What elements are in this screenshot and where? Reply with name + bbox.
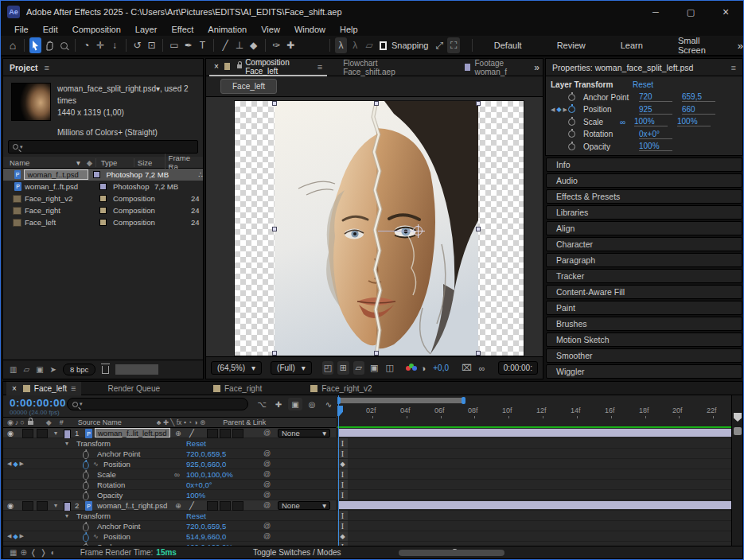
project-tab[interactable]: Project xyxy=(10,63,38,72)
stopwatch-icon[interactable] xyxy=(83,472,89,480)
tab-flowchart[interactable]: Flowchart Face_shift.aep xyxy=(338,59,426,76)
camera-tool[interactable]: ⊡ xyxy=(146,37,158,53)
layer-2-track[interactable] xyxy=(337,500,731,511)
item-name[interactable]: Face_right xyxy=(25,206,95,215)
comp-button-icon[interactable] xyxy=(734,427,742,435)
property-label[interactable]: Position xyxy=(103,531,130,541)
eraser-tool[interactable]: ◆ xyxy=(247,37,260,53)
selection-handle[interactable] xyxy=(476,101,481,106)
prev-keyframe-icon[interactable]: ◀ xyxy=(7,533,11,539)
keyframe-navigator[interactable]: ◀ ◆ ▶ xyxy=(551,106,567,113)
item-name[interactable]: Face_right_v2 xyxy=(25,194,95,203)
project-row-5[interactable]: Face_left Composition 24 xyxy=(3,216,203,228)
timeline-tab-face-right[interactable]: Face_right xyxy=(204,382,267,395)
scale-x-value[interactable]: 100% xyxy=(634,117,668,126)
quality-switch-icon[interactable]: ⊕ xyxy=(175,428,181,438)
motion-blur-icon[interactable]: ◎ xyxy=(305,398,319,410)
bit-depth-button[interactable]: 8 bpc xyxy=(63,364,95,375)
tab-label[interactable]: Flowchart Face_shift.aep xyxy=(343,59,421,76)
new-composition-icon[interactable]: ▣ xyxy=(36,365,43,374)
mask-visibility-button[interactable]: ▱ xyxy=(353,361,364,375)
label-color-swatch[interactable] xyxy=(99,183,107,190)
label-color-swatch[interactable] xyxy=(99,219,107,226)
twirl-icon[interactable]: ▾ xyxy=(54,500,57,510)
keyframe-diamond-icon[interactable]: ◆ xyxy=(13,533,18,540)
anchor-x-value[interactable]: 720 xyxy=(639,92,672,102)
stopwatch-icon[interactable] xyxy=(83,492,89,500)
timeline-panel-menu-icon[interactable]: ≡ xyxy=(71,383,76,393)
roi-button[interactable]: ◰ xyxy=(322,361,333,375)
maximize-button[interactable]: ▢ xyxy=(673,1,708,23)
panel-align[interactable]: Align xyxy=(546,221,742,235)
panel-brushes[interactable]: Brushes xyxy=(546,317,742,331)
delete-icon[interactable] xyxy=(102,366,109,374)
composition-stage[interactable] xyxy=(206,97,543,356)
roto-brush-tool[interactable]: ✑ xyxy=(270,37,282,53)
lock-column-icon[interactable] xyxy=(28,421,33,425)
reset-button[interactable]: Reset xyxy=(186,511,206,520)
column-sort-icon[interactable]: ▾ xyxy=(76,158,80,167)
opacity-property-row[interactable]: Opacity 100% @ xyxy=(3,490,336,500)
anchor-point-property-row[interactable]: Anchor Point 720,0,659,5 @ xyxy=(3,449,336,459)
property-label[interactable]: Scale xyxy=(97,469,116,479)
selection-handle[interactable] xyxy=(272,351,277,356)
label-color-swatch[interactable] xyxy=(93,171,100,178)
hand-tool[interactable] xyxy=(43,37,56,53)
position-property-row[interactable]: ◀ ◆ ▶ ∿ Position 925,0,660,0 @ xyxy=(3,459,336,469)
group-label[interactable]: Transform xyxy=(76,438,111,448)
workspace-default[interactable]: Default xyxy=(477,41,539,50)
eye-icon[interactable]: ◉ xyxy=(7,500,14,510)
column-size[interactable]: Size xyxy=(134,158,165,167)
property-value[interactable]: 100% xyxy=(186,490,205,500)
property-value[interactable]: 100,0,100,0% xyxy=(186,469,233,479)
property-label[interactable]: Anchor Point xyxy=(97,449,140,458)
property-value[interactable]: 0x+0,0° xyxy=(186,480,212,489)
project-search-field[interactable]: ▾ xyxy=(8,140,198,154)
pin-tool-2[interactable]: λ xyxy=(349,37,361,53)
panel-content-aware-fill[interactable]: Content-Aware Fill xyxy=(546,285,742,299)
keyframe-navigator[interactable]: ◀ ◆ ▶ xyxy=(7,459,24,469)
effects-switch-icon[interactable]: ╱ xyxy=(189,428,194,438)
show-snapshot-icon[interactable]: ∞ xyxy=(476,361,487,375)
project-row-3[interactable]: Face_right_v2 Composition 24 xyxy=(3,192,203,204)
workspace-review[interactable]: Review xyxy=(539,41,603,50)
column-name[interactable]: Name xyxy=(3,158,76,167)
item-name[interactable]: woman_f..t.psd xyxy=(24,169,88,180)
comp-marker-bin-icon[interactable] xyxy=(734,413,742,422)
layer-1-track[interactable] xyxy=(337,428,731,438)
property-value[interactable]: 514,9,660,0 xyxy=(186,531,226,541)
guides-button[interactable]: ▣ xyxy=(368,361,380,375)
project-row-4[interactable]: Face_right Composition 24 xyxy=(3,204,203,216)
property-label[interactable]: Anchor Point xyxy=(97,521,140,531)
selection-handle[interactable] xyxy=(374,101,379,106)
menu-animation[interactable]: Animation xyxy=(201,25,254,34)
selection-handle[interactable] xyxy=(272,101,277,106)
pin-tool-3[interactable]: ▱ xyxy=(363,37,376,53)
motion-blur-switch[interactable] xyxy=(220,429,231,438)
project-settings-icon[interactable]: ➤ xyxy=(50,365,56,374)
composition-flowchart-icon[interactable]: ⌥ xyxy=(255,398,269,410)
property-value[interactable]: 720,0,659,5 xyxy=(186,521,226,531)
opacity-value[interactable]: 100% xyxy=(639,142,672,151)
label-column-icon[interactable]: ◆ xyxy=(46,418,52,426)
anchor-point-property-row[interactable]: Anchor Point 720,0,659,5 @ xyxy=(3,521,336,531)
transform-group-row[interactable]: ▾ Transform Reset xyxy=(3,511,336,521)
timeline-search-field[interactable]: ▾ xyxy=(67,398,248,410)
link-icon[interactable]: ∞ xyxy=(620,118,633,126)
selection-handle[interactable] xyxy=(476,227,481,231)
threed-switch[interactable] xyxy=(232,501,243,511)
timeline-tab-face-right-v2[interactable]: Face_right_v2 xyxy=(301,382,377,395)
selection-handle[interactable] xyxy=(272,227,277,231)
project-row-2[interactable]: P woman_f..ft.psd Photoshop 7,2 MB xyxy=(3,181,203,192)
stopwatch-icon-active[interactable] xyxy=(83,461,89,469)
resolution-dropdown[interactable]: (Full)▾ xyxy=(271,361,312,375)
label-color-swatch[interactable] xyxy=(99,195,107,202)
panel-character[interactable]: Character xyxy=(546,237,742,251)
property-label[interactable]: Rotation xyxy=(97,480,125,489)
stopwatch-icon-active[interactable] xyxy=(568,106,575,113)
effects-switch-icon[interactable]: ╱ xyxy=(189,500,194,510)
quality-switch-icon[interactable]: ⊕ xyxy=(175,500,181,510)
scale-property-row[interactable]: Scale ∞ 100,0,100,0% @ xyxy=(3,469,336,480)
playhead-handle[interactable] xyxy=(337,406,343,417)
keyframe-diamond-icon[interactable]: ◆ xyxy=(13,461,18,468)
